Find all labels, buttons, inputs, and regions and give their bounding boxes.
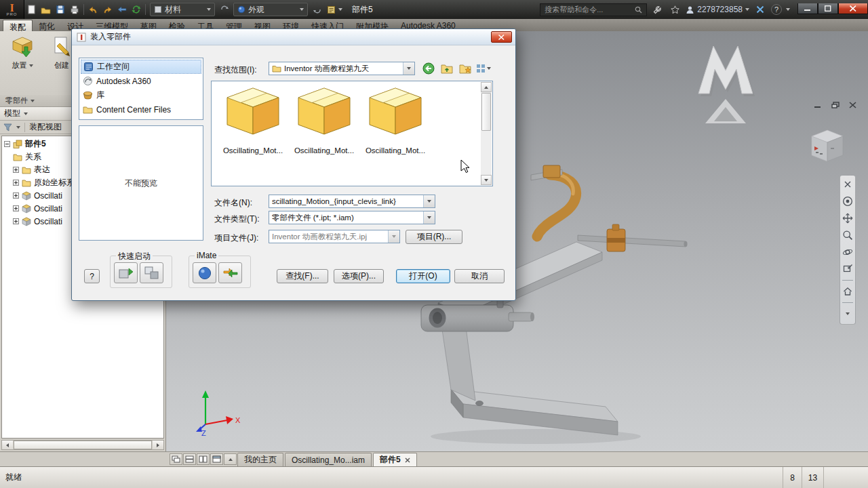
navigation-wheel-icon[interactable] [842,195,854,207]
navbar-close-icon[interactable] [842,178,854,190]
browser-horizontal-scrollbar[interactable] [1,440,164,450]
combo-dropdown-button[interactable] [423,211,435,224]
chevron-down-icon[interactable] [786,8,790,11]
close-button[interactable] [838,3,868,14]
imate-interactive-button[interactable] [218,262,242,283]
back-icon[interactable] [420,62,436,75]
help-search-input[interactable]: 搜索帮助和命令... [540,3,647,16]
appearance-sync-icon[interactable] [311,3,323,16]
print-icon[interactable] [68,3,81,16]
place-component-button[interactable]: 放置 [7,35,38,70]
scroll-right-icon[interactable] [153,441,163,449]
filename-combobox[interactable]: scillating_Motion_{input_clevis_link} [269,195,435,208]
update-icon[interactable] [130,3,142,16]
parameters-icon[interactable] [325,3,338,16]
tab-close-icon[interactable] [405,458,410,463]
filter-icon[interactable] [3,123,12,131]
help-icon[interactable]: ? [771,4,782,15]
wrench-icon[interactable] [651,3,664,16]
new-file-icon[interactable] [25,3,38,16]
open-button[interactable]: 打开(O) [396,269,450,283]
chevron-down-icon[interactable] [16,126,20,129]
minimize-button[interactable] [797,3,818,14]
dialog-icon [77,33,86,42]
find-button[interactable]: 查找(F)... [277,269,328,283]
tree-item-label: 关系 [25,151,41,163]
tab-home[interactable]: 我的主页 [237,453,283,466]
cancel-button[interactable]: 取消 [454,269,505,283]
scroll-left-icon[interactable] [2,441,13,449]
location-a360[interactable]: Autodesk A360 [81,74,201,88]
location-workspace[interactable]: 工作空间 [81,60,201,74]
maximize-button[interactable] [818,3,838,14]
quick-launch-replace-button[interactable] [140,262,163,283]
doc-close-icon[interactable] [847,100,859,110]
navbar-chevron-down-icon[interactable] [842,308,854,320]
account-menu[interactable]: 2278723858 [686,5,749,14]
expander-plus-icon[interactable] [13,180,19,186]
tab-oscillating-iam[interactable]: Oscillating_Mo...iam [285,453,372,466]
scroll-up-icon[interactable] [481,82,492,92]
inventor-application-window: X Z IPRO 材料 外观 部件5 [0,0,868,488]
app-logo[interactable]: IPRO [0,0,24,19]
expander-plus-icon[interactable] [13,167,19,173]
save-icon[interactable] [54,3,66,16]
tab-assembly5[interactable]: 部件5 [373,453,417,466]
pan-icon[interactable] [842,212,854,224]
quick-launch-place-button[interactable] [114,262,138,283]
scrollbar-thumb[interactable] [481,93,491,131]
project-button[interactable]: 项目(R)... [406,230,462,244]
dialog-close-button[interactable] [491,31,512,43]
expander-plus-icon[interactable] [13,192,19,199]
open-file-icon[interactable] [39,3,52,16]
combo-dropdown-button[interactable] [388,230,399,243]
doc-restore-icon[interactable] [829,100,841,110]
doc-minimize-icon[interactable] [812,100,823,110]
views-menu-icon[interactable] [475,62,491,75]
options-button[interactable]: 选项(P)... [334,269,384,283]
coordinate-triad: X Z [193,389,243,436]
ribbon-tab-assemble[interactable]: 装配 [3,20,33,31]
combo-dropdown-button[interactable] [403,62,414,75]
chevron-down-icon[interactable] [338,8,342,11]
imate-glyph-button[interactable] [193,262,216,283]
file-list-scrollbar[interactable] [481,82,492,185]
scroll-down-icon[interactable] [481,175,492,185]
expander-plus-icon[interactable] [13,218,19,224]
project-combobox[interactable]: Inventor 动画教程第九天.ipj [269,230,400,243]
scrollbar-thumb[interactable] [14,441,152,449]
a360-x-icon[interactable] [753,3,766,16]
home-view-icon[interactable] [842,285,854,298]
cascade-windows-icon[interactable] [170,453,182,465]
appearance-dropdown-label: 外观 [248,4,297,16]
tile-vertical-icon[interactable] [197,453,210,465]
dialog-help-button[interactable]: ? [84,269,100,283]
appearance-dropdown[interactable]: 外观 [233,3,308,16]
collapse-tabs-icon[interactable] [224,453,237,465]
material-dropdown[interactable]: 材料 [150,3,215,16]
arrange-windows-icon[interactable] [210,453,223,465]
expander-minus-icon[interactable] [4,141,10,147]
return-icon[interactable] [115,3,128,16]
star-icon[interactable] [669,3,682,16]
file-item[interactable]: Oscillating_Mot... [361,87,430,186]
location-library[interactable]: 库 [81,88,201,102]
expander-plus-icon[interactable] [13,205,19,211]
orbit-icon[interactable] [842,246,854,258]
file-item[interactable]: Oscillating_Mot... [218,87,288,186]
dialog-title-bar[interactable]: 装入零部件 [72,29,515,45]
location-content-center[interactable]: Content Center Files [81,102,201,117]
tile-horizontal-icon[interactable] [183,453,196,465]
filetype-combobox[interactable]: 零部件文件 (*.ipt; *.iam) [269,211,435,224]
ribbon-tab[interactable]: 简化 [33,20,61,31]
file-item[interactable]: Oscillating_Mot... [290,87,359,186]
look-at-icon[interactable] [842,263,854,275]
look-in-combobox[interactable]: Inventor 动画教程第九天 [269,62,415,75]
new-folder-icon[interactable] [457,62,473,75]
combo-dropdown-button[interactable] [423,195,435,207]
material-sync-icon[interactable] [218,3,231,16]
undo-icon[interactable] [87,3,100,16]
up-one-level-icon[interactable] [439,62,454,75]
redo-icon[interactable] [101,3,114,16]
zoom-icon[interactable] [842,229,854,241]
